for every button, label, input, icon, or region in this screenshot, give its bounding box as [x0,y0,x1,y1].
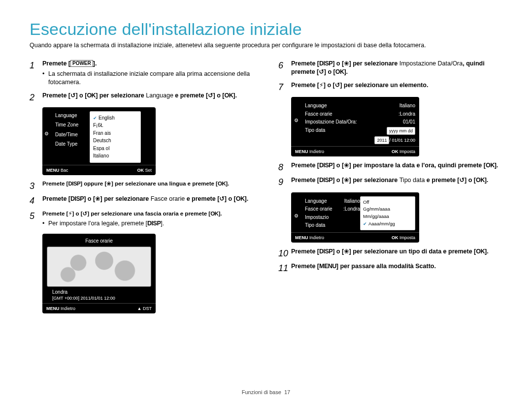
ok-icon: OK [486,161,495,170]
gear-icon: ⚙ [44,130,49,137]
macro-icon: ❀ [344,247,349,255]
flash-icon: ⚡ [319,81,324,89]
timer-icon: ↺ [70,92,75,99]
flash-icon: ⚡ [68,210,72,217]
intro-text: Quando appare la schermata di installazi… [30,42,502,49]
row-label: Language [305,198,327,205]
timer-icon: ↺ [319,68,324,75]
timezone-value: [GMT +00:00] 2011/01/01 12:00 [46,295,152,301]
menu-item: Date Type [55,141,90,148]
ok-icon: OK [392,149,399,154]
datetype-popup: Off Gg/mm/aaaa Mm/gg/aaaa Aaaa/mm/gg [360,196,415,230]
language-option: Fran ais [93,130,137,137]
row-label: Fasce orarie [305,206,332,213]
date-value: / 01/01 12:00 [389,138,415,143]
left-column: 1 Premete [POWER]. La schermata di insta… [30,60,254,318]
step-6: 6 Premete [DISP] o [❀] per selezionare I… [278,60,502,78]
ok-icon: OK [476,176,485,185]
screen-title: Fasce orarie [46,238,152,245]
language-option: Deutsch [93,137,137,144]
page-title: Esecuzione dell'installazione iniziale [30,20,502,39]
timer-icon: ↺ [83,210,88,217]
timer-icon: ↺ [460,176,465,184]
year-box: 2011 [374,136,389,144]
menu-item: Date/Time [55,131,90,138]
language-option: English [93,115,137,122]
up-icon: ▲ [137,306,142,311]
disp-icon: DISP [319,247,332,256]
camera-screen-datetype: ⚙ LanguageItaliano Fasce orarie:Londra I… [291,192,419,243]
step-1: 1 Premete [POWER]. La schermata di insta… [30,60,254,89]
ok-icon: OK [236,195,245,203]
row-label: Impostazione Data/Ora: [305,119,357,125]
macro-icon: ❀ [106,180,111,187]
step-9: 9 Premete [DISP] o [❀] per selezionare T… [278,176,502,188]
language-option: Espa ol [93,145,137,152]
menu-icon: MENU [319,262,336,271]
row-label: Fasce orarie [305,111,332,118]
menu-item: Time Zone [55,122,90,128]
row-value: Italiano [399,102,415,109]
timer-icon: ↺ [335,81,340,89]
world-map [47,247,151,287]
step-2: 2 Premete [↺] o [OK] per selezionare Lan… [30,92,254,103]
date-format-box: yyyy mm dd [387,127,415,135]
row-value: 01/01 [403,119,415,125]
popup-option: Aaaa/mm/gg [363,221,412,227]
macro-icon: ❀ [344,60,349,67]
ok-icon: OK [335,68,344,76]
step-11: 11 Premete [MENU] per passare alla modal… [278,262,502,274]
disp-icon: DISP [319,176,332,185]
menu-icon: MENU [46,168,60,173]
step-10: 10 Premete [DISP] o [❀] per selezionare … [278,247,502,259]
menu-icon: MENU [295,235,308,240]
camera-screen-datetime: ⚙ LanguageItaliano Fasce orarie:Londra I… [291,97,419,156]
macro-icon: ❀ [344,176,349,184]
disp-icon: DISP [68,180,80,188]
popup-option: Mm/gg/aaaa [363,214,412,220]
ok-icon: OK [87,92,96,100]
disp-icon: DISP [319,60,332,68]
language-option: F¡6Ł [93,122,137,129]
popup-option: Gg/mm/aaaa [363,206,412,213]
row-value: Italiano [344,198,360,205]
gear-icon: ⚙ [294,213,299,219]
step-7: 7 Premete [⚡] o [↺] per selezionare un e… [278,81,502,93]
ok-icon: OK [392,235,399,240]
city-label: Londra [46,289,152,296]
menu-icon: MENU [295,149,308,154]
disp-icon: DISP [319,161,332,170]
timer-icon: ↺ [219,195,224,202]
macro-icon: ❀ [344,161,349,169]
ok-icon: OK [210,210,218,218]
row-label: Tipo data [305,222,325,229]
row-value: :Londra [343,206,360,213]
menu-icon: MENU [46,306,60,311]
ok-icon: OK [137,168,144,173]
right-column: 6 Premete [DISP] o [❀] per selezionare I… [278,60,502,318]
ok-icon: OK [218,180,226,188]
ok-icon: OK [224,92,233,100]
step-1-sub: La schermata di installazione iniziale c… [42,70,254,87]
step-8: 8 Premete [DISP] o [❀] per impostare la … [278,161,502,173]
step-3: 3 Premete [DISP] oppure [❀] per selezion… [30,180,254,192]
step-4: 4 Premete [DISP] o [❀] per selezionare F… [30,195,254,207]
disp-icon: DISP [147,219,161,228]
page-footer: Funzioni di base 17 [0,389,532,395]
gear-icon: ⚙ [294,117,299,124]
language-popup: English F¡6Ł Fran ais Deutsch Espa ol It… [90,111,141,163]
ok-icon: OK [476,247,485,256]
row-label: Language [305,102,327,109]
row-value: :Londra [399,111,415,118]
camera-screen-timezone: Fasce orarie Londra [GMT +00:00] 2011/01… [42,234,156,313]
power-button-label: POWER [70,60,93,67]
row-label: Tipo data [305,127,325,135]
macro-icon: ❀ [95,195,100,202]
step-5: 5 Premete [⚡] o [↺] per selezionare una … [30,210,254,230]
camera-screen-language: ⚙ Language Time Zone Date/Time Date Type… [42,107,156,175]
language-option: Italiano [93,153,137,159]
row-label: Impostazio [305,214,329,221]
disp-icon: DISP [70,195,84,203]
menu-item: Language [55,112,90,119]
popup-option: Off [363,199,412,206]
